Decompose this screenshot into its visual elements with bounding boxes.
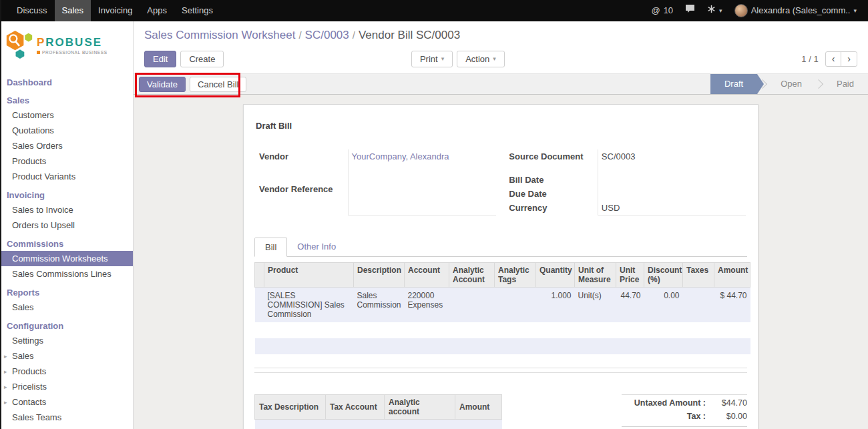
col-tax-description: Tax Description — [255, 395, 326, 420]
debug-menu[interactable]: ▾ — [701, 0, 728, 21]
tax-value: $0.00 — [706, 412, 747, 421]
sidebar-item-reports-sales[interactable]: Sales — [0, 300, 133, 315]
sidebar-item-pricelists[interactable]: ▸Pricelists — [0, 379, 133, 394]
main-menu: Discuss Sales Invoicing Apps Settings — [0, 0, 220, 21]
tax-label: Tax : — [687, 412, 706, 421]
validate-button[interactable]: Validate — [139, 77, 186, 92]
sidebar-item-label: Sales — [12, 302, 34, 312]
logo-text: PROBUSE PROFESSIONAL BUSINESS — [37, 37, 107, 55]
action-button[interactable]: Action▾ — [457, 51, 505, 67]
sidebar-heading-reports[interactable]: Reports — [0, 285, 133, 300]
status-paid[interactable]: Paid — [825, 74, 865, 94]
sidebar-item-sales-commission-levels[interactable]: Sales Commission Levels — [0, 425, 133, 429]
col-product: Product — [264, 263, 354, 288]
sidebar-item-label: Products — [12, 366, 46, 376]
sidebar-heading-configuration[interactable]: Configuration — [0, 318, 133, 333]
sheet-title: Draft Bill — [256, 121, 746, 131]
breadcrumb-sc0003-link[interactable]: SC/0003 — [305, 29, 349, 41]
cell-analytic-tags — [495, 288, 536, 323]
col-analytic-account: Analytic Account — [449, 263, 495, 288]
create-button[interactable]: Create — [180, 51, 224, 67]
cell-account: 220000 Expenses — [405, 288, 449, 323]
nav-settings[interactable]: Settings — [174, 0, 220, 21]
form-sheet: Draft Bill Vendor YourCompany, Alexandra… — [243, 104, 758, 429]
sheet-bottom: Tax Description Tax Account Analytic acc… — [254, 394, 747, 429]
col-tax-amount: Amount — [455, 395, 502, 420]
vendor-value-link[interactable]: YourCompany, Alexandra — [352, 151, 449, 161]
caret-down-icon: ▾ — [493, 55, 496, 62]
nav-invoicing[interactable]: Invoicing — [91, 0, 140, 21]
cell-analytic-account — [449, 288, 495, 323]
logo-title: PROBUSE — [37, 37, 107, 49]
action-label: Action — [465, 54, 489, 64]
sidebar: PROBUSE PROFESSIONAL BUSINESS Dashboard … — [0, 21, 134, 429]
user-menu[interactable]: Alexandra (Sales_comm.. ▾ — [728, 0, 863, 21]
sidebar-heading-dashboard[interactable]: Dashboard — [0, 75, 133, 89]
col-discount: Discount (%) — [644, 263, 683, 288]
print-label: Print — [420, 54, 438, 64]
nav-discuss[interactable]: Discuss — [9, 0, 55, 21]
tax-header-row: Tax Description Tax Account Analytic acc… — [255, 395, 502, 420]
caret-down-icon: ▾ — [441, 55, 445, 62]
logo-subtitle: PROFESSIONAL BUSINESS — [37, 50, 107, 55]
pager-count: 1 / 1 — [801, 54, 818, 64]
totals-block: Untaxed Amount : $44.70 Tax : $0.00 Tota… — [622, 394, 747, 429]
chevron-right-icon — [813, 74, 825, 94]
sidebar-item-sales-to-invoice[interactable]: Sales to Invoice — [0, 202, 133, 218]
sidebar-item-sales-teams[interactable]: Sales Teams — [0, 410, 133, 425]
caret-down-icon: ▾ — [853, 0, 857, 21]
sidebar-heading-invoicing[interactable]: Invoicing — [0, 187, 133, 202]
cancel-bill-button[interactable]: Cancel Bill — [190, 77, 246, 92]
sidebar-item-orders-to-upsell[interactable]: Orders to Upsell — [0, 218, 133, 233]
pager-previous-button[interactable]: ‹ — [825, 51, 842, 67]
sidebar-item-config-sales[interactable]: ▸Sales — [0, 348, 133, 364]
sidebar-heading-commissions[interactable]: Commissions — [0, 236, 133, 251]
line-handle-column-header — [255, 263, 264, 288]
breadcrumb-separator: / — [298, 29, 301, 41]
screen: Discuss Sales Invoicing Apps Settings @ … — [0, 0, 868, 429]
cell-product: [SALES COMMISSION] Sales Commission — [264, 288, 354, 323]
sidebar-item-customers[interactable]: Customers — [0, 107, 133, 123]
line-row[interactable]: [SALES COMMISSION] Sales Commission Sale… — [255, 288, 750, 323]
sidebar-item-sales-commissions-lines[interactable]: Sales Commissions Lines — [0, 266, 133, 282]
cell-quantity: 1.000 — [536, 288, 575, 323]
topbar-right: @ 10 ▾ Alexandra (Sales_comm.. ▾ — [645, 0, 868, 21]
sidebar-item-product-variants[interactable]: Product Variants — [0, 169, 133, 184]
field-group-left: Vendor YourCompany, Alexandra Vendor Ref… — [256, 149, 496, 216]
sidebar-item-label: Orders to Upsell — [12, 220, 75, 230]
pager-next-button[interactable]: › — [841, 51, 857, 67]
notebook-tabs: Bill Other Info — [254, 237, 747, 257]
mentions-menu[interactable]: @ 10 — [645, 0, 679, 21]
field-groups: Vendor YourCompany, Alexandra Vendor Ref… — [256, 149, 746, 216]
sidebar-item-settings[interactable]: Settings — [0, 333, 133, 348]
breadcrumb-worksheet-link[interactable]: Sales Commission Worksheet — [144, 29, 295, 41]
sidebar-item-config-products[interactable]: ▸Products — [0, 364, 133, 379]
sidebar-item-label: Sales Orders — [12, 141, 63, 151]
nav-sales[interactable]: Sales — [55, 0, 91, 21]
source-document-label: Source Document — [505, 149, 598, 163]
status-open[interactable]: Open — [769, 74, 813, 94]
sidebar-item-commission-worksheets[interactable]: Commission Worksheets — [0, 251, 133, 266]
expand-arrow-icon: ▸ — [4, 399, 12, 406]
nav-apps[interactable]: Apps — [140, 0, 174, 21]
tab-other-info[interactable]: Other Info — [287, 238, 346, 257]
sidebar-item-label: Settings — [12, 336, 43, 346]
sidebar-item-quotations[interactable]: Quotations — [0, 123, 133, 138]
breadcrumb-current: Vendor Bill SC/0003 — [359, 29, 460, 41]
field-group-right: Source Document SC/0003 Bill Date Due Da… — [505, 149, 746, 216]
status-draft[interactable]: Draft — [710, 74, 757, 94]
sidebar-item-products[interactable]: Products — [0, 153, 133, 169]
edit-button[interactable]: Edit — [144, 51, 176, 67]
chat-bubble-icon — [685, 0, 695, 21]
sidebar-heading-sales[interactable]: Sales — [0, 93, 133, 107]
sidebar-item-contacts[interactable]: ▸Contacts — [0, 394, 133, 410]
col-tax-account: Tax Account — [326, 395, 385, 420]
mention-count-badge: 10 — [664, 0, 673, 21]
tab-bill[interactable]: Bill — [254, 238, 287, 257]
messages-menu[interactable] — [679, 0, 701, 21]
print-button[interactable]: Print▾ — [411, 51, 453, 67]
source-document-value: SC/0003 — [598, 149, 746, 163]
lines-header-row: Product Description Account Analytic Acc… — [255, 263, 750, 288]
sidebar-item-sales-orders[interactable]: Sales Orders — [0, 138, 133, 153]
sidebar-menu: Dashboard Sales Customers Quotations Sal… — [0, 75, 133, 429]
